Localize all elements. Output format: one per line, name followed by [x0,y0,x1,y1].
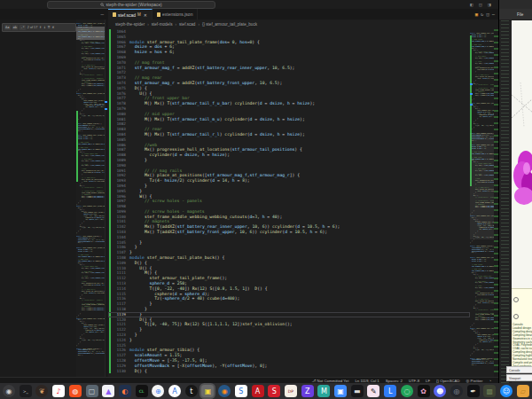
breadcrumb-separator: › [147,22,149,27]
breadcrumb-separator: › [175,22,176,27]
left-minimap-git-indicator [76,111,78,182]
dock-icon-quill-app[interactable]: ✒ [467,385,480,397]
breadcrumb-item[interactable]: {} stef_armour_tail_plate_buck [202,22,257,27]
status-item-encoding[interactable]: UTF-8 [409,379,419,383]
dock-icon-pen-app[interactable]: ✎ [367,385,379,397]
dock-icon-a-circle-app[interactable]: A [168,385,181,397]
status-item-cursor-position[interactable]: Ln 1119, Col 1 [355,379,379,383]
console-icon-1[interactable] [513,297,519,302]
dock-icon-terminal[interactable]: >_ [20,385,32,397]
regex-icon[interactable]: .* [20,25,26,30]
left-editor-content[interactable] [0,20,76,377]
openscad-3d-viewport[interactable] [512,20,532,288]
status-item-language-mode[interactable]: {} OpenSCAD [436,379,460,383]
dock-icon-compass-app[interactable]: ◎ [450,385,463,397]
more-actions-icon[interactable]: ⋯ [492,12,495,17]
workspace-title: steph-the-spider (Workspace) [106,3,162,7]
dock-icon-zed[interactable]: Z [301,385,314,397]
dock-icon-l-blue-app[interactable]: L [384,385,396,397]
toggle-panel-icon[interactable]: ◫ [477,1,484,8]
openscad-menu-bar[interactable]: File [499,9,532,20]
dock-icon-dp-card-app[interactable]: DP [285,385,297,397]
refresh-icon[interactable]: ↻ [481,12,483,17]
tab-extensions-json[interactable]: extensions.json [153,9,198,20]
tab-stef-scad[interactable]: stef.scad M ✕ [108,9,153,20]
status-item-prettier[interactable]: ◎ Prettier [466,379,483,383]
dock-icon-prism-app[interactable]: ▲ [102,385,114,397]
find-close-icon[interactable]: ✕ [52,24,55,31]
breadcrumb-item[interactable]: steph-the-spider [115,22,145,27]
macos-dock: ◉>_❦♪◍▢▲◐CL⊕At▣◉SASDPZM▣▬✎L◌✿☻◎✒▩☺▱ [0,383,532,399]
dock-icon-flower-app[interactable]: ✿ [418,385,430,397]
dock-icon-clion[interactable]: CL [136,385,148,397]
dock-icon-blender[interactable]: ◉ [218,385,231,397]
toggle-sidebar-icon[interactable]: ◧ [468,1,475,8]
dock-icon-s-red-card-app[interactable]: S [268,385,280,397]
tab-label: extensions.json [162,12,192,17]
dock-icon-blue-window-app[interactable]: ▣ [334,385,347,397]
left-editor-group: — module stef_armour_tail_plate_frame(do… [0,9,109,377]
desktop-screenshot: steph-the-spider (Workspace) ◧ ◫ ◨ ✕ — m… [0,0,532,399]
code-editor[interactable]: 106410651066module stef_armour_tail_plat… [108,29,470,377]
openscad-console[interactable]: ConsoleLoaded designCompiling designComp… [512,288,532,367]
status-item-notifications-bell[interactable]: ◔ [489,379,491,383]
editor-actions: ▣↻◫⋯ [475,9,495,20]
left-editor-minimap[interactable]: module stef_armour_tail_plate_frame(dos=… [76,20,105,377]
dock-icon-a-red-app[interactable]: A [252,385,264,397]
openscad-window: File ConsoleLoaded designCompiling desig… [498,0,532,383]
minimap-slider[interactable] [470,133,494,239]
dock-icon-folder-downloads[interactable]: ▱ [517,385,529,397]
split-editor-icon[interactable]: ◫ [486,12,489,17]
dock-icon-t-circle-app[interactable]: t [185,385,198,397]
scad-file-icon [113,12,116,17]
file-menu[interactable]: File [517,12,523,17]
minimap-find-match-marker [470,104,473,106]
dock-icon-orange-dot-app[interactable]: ◍ [69,385,82,397]
dock-icon-gitkraken[interactable]: ❦ [35,385,48,397]
status-item-git-status[interactable]: ⎇ Not Committed Yet [311,379,348,383]
minimap-find-match-marker [470,83,473,85]
find-in-selection-icon[interactable]: ≡ [48,24,51,31]
code-line[interactable]: 1130 D() { [108,369,470,374]
dock-icon-m-teal-app[interactable]: M [317,385,330,397]
find-match-marker [105,108,107,110]
find-previous-icon[interactable]: ↑ [39,24,42,31]
console-icon-2[interactable] [513,314,519,319]
tab-close-icon[interactable]: ✕ [144,12,147,18]
openscad-editor-panel[interactable] [499,20,512,383]
toggle-secondary-sidebar-icon[interactable]: ◨ [486,1,493,8]
dock-icon-gray-window-app[interactable]: ▢ [86,385,98,397]
breadcrumb-item[interactable]: stef-models [152,22,173,27]
status-bar: ⎇ Not Committed YetLn 1119, Col 1Spaces:… [0,377,498,383]
breadcrumb-item[interactable]: stef.scad [179,22,195,27]
dock-icon-web-globe-app[interactable]: ⊕ [152,385,164,397]
left-minimap-slider[interactable] [76,27,105,40]
dock-icon-orange-swirl-app[interactable]: ◐ [119,385,131,397]
openscad-preview-icon[interactable]: ▣ [475,12,478,17]
dock-icon-clapper-app[interactable]: ▬ [351,385,364,397]
dock-icon-record-app[interactable]: ◉ [3,385,15,397]
breadcrumb[interactable]: steph-the-spider›stef-models›stef.scad›{… [108,20,498,29]
dock-icon-discord[interactable]: ☻ [434,385,446,397]
whole-word-icon[interactable]: ab [12,25,19,30]
dock-icon-camo-app[interactable]: ▩ [483,385,496,397]
main-editor-group: stef.scad M ✕ extensions.json ▣↻◫⋯ steph… [108,9,498,377]
minimap-find-match-marker [470,93,473,95]
dock-icon-green-circle-app[interactable]: ◌ [401,385,413,397]
command-center[interactable]: steph-the-spider (Workspace) [47,1,215,9]
match-case-icon[interactable]: Aa [4,25,11,30]
status-item-eol[interactable]: LF [426,379,430,383]
console-dock-tab[interactable]: Console [506,366,532,373]
editor-actions-dash[interactable]: — [100,11,104,17]
find-widget[interactable]: Aa ab .* 2 of 17 ↑ ↓ ≡ ✕ [2,23,76,32]
viewport-dock-tab[interactable]: Viewport [506,374,532,381]
dock-icon-openscad-app[interactable]: ▣ [201,385,214,397]
status-item-indentation[interactable]: Spaces: 2 [386,379,403,383]
find-next-icon[interactable]: ↓ [43,24,46,31]
dock-icon-messages-app[interactable]: ☺ [500,385,512,397]
dock-icon-s-blue-app[interactable]: S [235,385,247,397]
tab-bar: stef.scad M ✕ extensions.json ▣↻◫⋯ [108,9,498,20]
tab-label: stef.scad [118,12,136,18]
dock-icon-music[interactable]: ♪ [52,385,65,397]
line-number[interactable]: 1130 [111,369,129,374]
